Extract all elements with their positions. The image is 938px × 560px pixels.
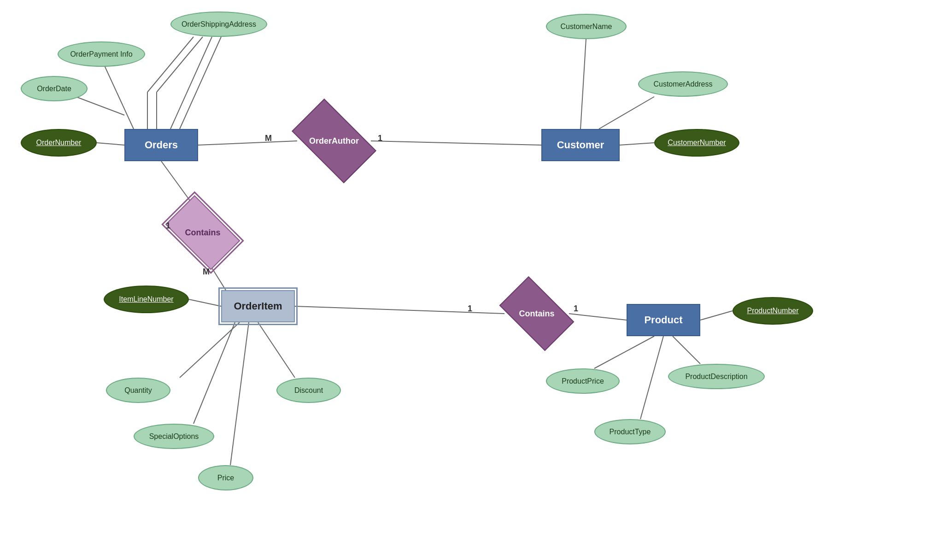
svg-line-20 — [594, 336, 654, 368]
ellipse-productprice: ProductPrice — [546, 368, 620, 394]
svg-line-16 — [180, 322, 240, 378]
ellipse-specialoptions: SpecialOptions — [134, 424, 214, 449]
svg-line-9 — [620, 143, 654, 145]
entity-product: Product — [627, 304, 700, 336]
svg-line-19 — [230, 322, 249, 465]
relationship-orderauthor: OrderAuthor — [297, 118, 371, 164]
cardinality-1-contains1-top: 1 — [166, 221, 170, 231]
ellipse-customername: CustomerName — [546, 14, 627, 39]
svg-line-7 — [580, 39, 586, 129]
ellipse-orderpaymentinfo: OrderPayment Info — [58, 41, 145, 67]
connector-lines — [0, 0, 938, 560]
er-diagram: Orders Customer Product OrderItem OrderA… — [0, 0, 938, 560]
svg-line-0 — [97, 143, 124, 145]
cardinality-1-orderauthor-right: 1 — [378, 134, 382, 143]
svg-line-8 — [599, 97, 654, 129]
ellipse-customeraddress: CustomerAddress — [638, 71, 728, 97]
ellipse-quantity: Quantity — [106, 378, 170, 403]
ellipse-productnumber: ProductNumber — [733, 297, 813, 325]
svg-line-18 — [258, 322, 295, 378]
svg-line-13 — [569, 314, 627, 320]
ellipse-producttype: ProductType — [594, 419, 666, 444]
svg-line-3 — [170, 37, 212, 129]
cardinality-m-orderauthor-left: M — [265, 134, 272, 143]
svg-line-14 — [700, 311, 733, 320]
cardinality-1-contains2-left: 1 — [468, 304, 472, 314]
relationship-contains2: Contains — [504, 293, 569, 334]
entity-customer: Customer — [541, 129, 620, 161]
svg-line-12 — [295, 306, 504, 314]
svg-line-25 — [157, 37, 203, 92]
ellipse-itemlinenumber: ItemLineNumber — [104, 286, 189, 313]
ellipse-orderdate: OrderDate — [21, 76, 88, 101]
svg-line-6 — [371, 141, 541, 145]
ellipse-ordernumber: OrderNumber — [21, 129, 97, 157]
ellipse-customernumber: CustomerNumber — [654, 129, 739, 157]
entity-orderitem: OrderItem — [221, 290, 295, 322]
ellipse-ordershippingaddress: OrderShippingAddress — [170, 12, 267, 37]
ellipse-productdescription: ProductDescription — [668, 364, 765, 389]
entity-orders: Orders — [124, 129, 198, 161]
svg-line-17 — [193, 322, 235, 424]
relationship-contains1: Contains — [170, 212, 235, 253]
svg-line-23 — [147, 37, 193, 92]
ellipse-discount: Discount — [276, 378, 341, 403]
svg-line-4 — [180, 37, 221, 129]
svg-line-15 — [189, 299, 221, 306]
cardinality-m-contains1-bottom: M — [203, 267, 210, 277]
svg-line-5 — [198, 141, 297, 145]
cardinality-1-contains2-right: 1 — [574, 304, 578, 314]
ellipse-price: Price — [198, 465, 253, 490]
svg-line-21 — [673, 336, 700, 364]
svg-line-22 — [640, 336, 663, 419]
